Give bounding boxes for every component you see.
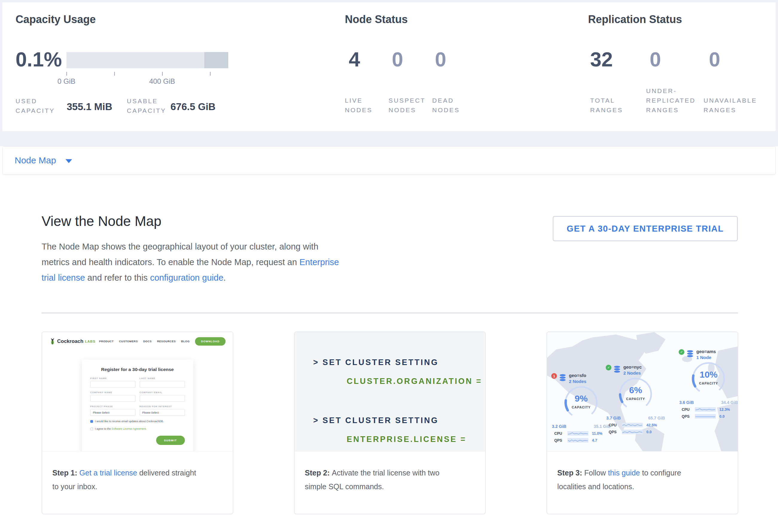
cpu-label: CPU [554, 432, 567, 436]
cpu-row: CPU 12.3% [679, 407, 737, 412]
used-gib: 3.7 GiB [606, 415, 621, 421]
inline-link[interactable]: Get a trial license [79, 469, 137, 477]
inline-link[interactable]: this guide [608, 469, 640, 477]
axis-tick [114, 72, 115, 76]
axis-tick-label-zero: 0 GiB [43, 77, 90, 86]
step2-sql-snippet: > SET CLUSTER SETTINGCLUSTER.ORGANIZATIO… [295, 332, 485, 451]
capacity-percent: 9% [551, 393, 611, 404]
node-count-label: 2 Nodes [623, 370, 642, 376]
inline-link[interactable]: configuration guide [150, 273, 223, 283]
used-gib: 3.2 GiB [552, 424, 566, 429]
node-map-dropdown[interactable]: Node Map [15, 155, 72, 165]
total-ranges-label-line1: TOTAL [590, 96, 615, 105]
node-header: ✓ geo=nyc 2 Nodes [606, 365, 666, 376]
inline-link[interactable]: trial license [42, 273, 85, 283]
under-replicated-label-line2: REPLICATED [646, 96, 695, 105]
license-agreement-label: I agree to the Software License Agreemen… [95, 427, 147, 431]
field-label: COMPANY NAME [90, 391, 136, 394]
text-segment: metrics and health indicators. To enable… [42, 257, 299, 267]
sql-code-line: > SET CLUSTER SETTING [313, 358, 485, 367]
step1-card: Cockroach LABS PRODUCT CUSTOMERS DOCS RE… [42, 331, 233, 514]
qps-value: 4.7 [592, 438, 597, 443]
sql-code-line: ENTERPRISE.LICENSE = [347, 435, 485, 444]
sql-code-line: CLUSTER.ORGANIZATION = [347, 377, 485, 386]
dead-nodes-value: 0 [435, 48, 446, 71]
mini-site-nav: PRODUCT CUSTOMERS DOCS RESOURCES BLOG DO… [99, 337, 226, 346]
company-email-field [140, 395, 185, 402]
nav-item-docs: DOCS [143, 340, 152, 343]
cpu-label: CPU [682, 407, 695, 412]
email-updates-label: I would like to receive email updates ab… [95, 420, 164, 424]
nav-item-resources: RESOURCES [157, 340, 175, 343]
qps-sparkline [622, 430, 643, 434]
live-nodes-label-line1: LIVE [345, 96, 363, 105]
node-header: 1 geo=sfo 2 Nodes [551, 373, 611, 384]
field-label: FIRST NAME [90, 377, 136, 380]
text-segment: I agree to the [95, 427, 112, 430]
total-ranges-value: 32 [590, 48, 613, 71]
field-label: REASON FOR INTEREST [140, 405, 185, 408]
checkbox-unchecked-icon [90, 428, 93, 430]
total-ranges-label-line2: RANGES [590, 105, 623, 115]
database-icon [687, 350, 694, 358]
email-updates-checkbox-row: I would like to receive email updates ab… [90, 420, 185, 424]
intro-paragraph: The Node Map shows the geographical layo… [42, 239, 478, 286]
total-gib: 65.7 GiB [648, 415, 665, 421]
field-label: LAST NAME [140, 377, 185, 380]
field-label: PROJECT PHASE [90, 405, 136, 408]
qps-row: QPS 4.7 [551, 438, 611, 443]
nav-item-customers: CUSTOMERS [119, 340, 138, 343]
qps-label: QPS [682, 414, 695, 419]
text-segment: The Node Map shows the geographical layo… [42, 242, 318, 251]
capacity-gauge: 9% CAPACITY 3.2 GiB 35.1 GiB [551, 384, 611, 429]
step3-caption: Step 3: Follow this guide to configurelo… [547, 451, 737, 493]
cpu-value: 42.5% [646, 423, 657, 427]
logo-text: Cockroach [57, 338, 83, 345]
used-capacity-value: 355.1 MiB [67, 101, 112, 112]
live-nodes-value: 4 [349, 48, 360, 71]
axis-tick [210, 72, 211, 76]
usable-capacity-value: 676.5 GiB [170, 101, 215, 112]
cpu-sparkline [695, 407, 716, 412]
inline-link[interactable]: Enterprise [299, 257, 339, 267]
step2-card: > SET CLUSTER SETTINGCLUSTER.ORGANIZATIO… [294, 331, 486, 514]
qps-value: 0.0 [719, 414, 724, 419]
qps-row: QPS 0.0 [606, 430, 666, 434]
cluster-overview-page: Capacity Usage 0.1% 0 GiB 400 GiB USED C… [0, 0, 778, 532]
field-label: COMPANY EMAIL [140, 391, 185, 394]
suspect-nodes-label-line2: NODES [389, 105, 416, 115]
text-segment: localities and locations. [557, 482, 634, 491]
text-segment: Follow [584, 469, 608, 477]
form-title: Register for a 30-day trial license [90, 367, 185, 372]
text-segment: Step 1: [52, 469, 79, 477]
cpu-value: 11.0% [592, 432, 603, 436]
page-title: View the Node Map [42, 213, 161, 229]
enterprise-trial-button[interactable]: GET A 30-DAY ENTERPRISE TRIAL [553, 216, 737, 241]
text-segment: and refer to this [85, 273, 150, 283]
healthy-badge: ✓ [606, 365, 611, 370]
cluster-summary-panel: Capacity Usage 0.1% 0 GiB 400 GiB USED C… [2, 2, 776, 131]
node-status-title: Node Status [345, 13, 408, 26]
node-locality-label: geo=nyc [623, 365, 642, 370]
view-selector-bar: Node Map [2, 146, 776, 174]
cpu-sparkline [567, 431, 589, 436]
qps-sparkline [695, 414, 716, 419]
capacity-label: CAPACITY [679, 381, 737, 385]
capacity-bar-reserved-segment [204, 52, 228, 68]
qps-row: QPS 0.0 [679, 414, 737, 419]
license-agreement-checkbox-row: I agree to the Software License Agreemen… [90, 427, 185, 431]
step1-caption: Step 1: Get a trial license delivered st… [42, 451, 233, 493]
cockroach-bug-icon [50, 338, 55, 345]
cpu-row: CPU 11.0% [551, 431, 611, 436]
total-gib: 34.4 GiB [721, 400, 737, 405]
map-node-ams: ✓ geo=ams 1 Node [679, 349, 737, 419]
trial-registration-form: Register for a 30-day trial license FIRS… [82, 360, 193, 451]
unavailable-ranges-label-line2: RANGES [704, 105, 736, 115]
company-name-field [90, 395, 136, 402]
database-icon [559, 374, 566, 382]
axis-tick [162, 72, 163, 76]
replication-status-title: Replication Status [588, 13, 682, 26]
qps-label: QPS [609, 430, 622, 434]
under-replicated-ranges-value: 0 [650, 48, 661, 71]
capacity-gauge: 6% CAPACITY 3.7 GiB 65.7 GiB [606, 376, 666, 421]
